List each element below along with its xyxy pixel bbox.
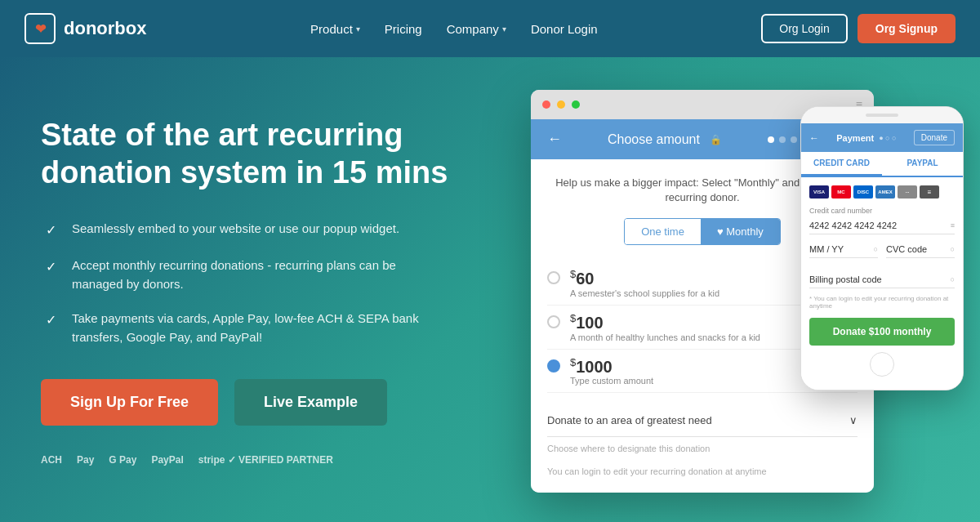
mastercard-logo: MC [831,185,851,199]
hero-title: State of the art recurring donation syst… [41,117,449,191]
widget-step-dots [768,136,797,143]
nav-pricing[interactable]: Pricing [385,22,422,36]
hero-section: State of the art recurring donation syst… [0,57,980,522]
dropdown-hint: Choose where to designate this donation [547,437,858,460]
amount-info-1000: $1000 Type custom amount [570,356,653,386]
radio-60[interactable] [547,271,560,284]
nav-buttons: Org Login Org Signup [761,14,956,43]
amount-desc-100: A month of healthy lunches and snacks fo… [570,332,760,342]
org-signup-button[interactable]: Org Signup [858,14,956,43]
hero-right: ≡ ← Choose amount 🔒 → [449,90,956,493]
tab-credit-card[interactable]: CREDIT CARD [801,152,882,176]
amount-value-100: $100 [570,312,760,332]
apple-pay-logo: Pay [77,454,94,466]
chevron-down-icon: ∨ [849,414,858,426]
browser-dot-yellow [557,100,565,109]
phone-step-dots: ● ○ ○ [879,134,896,142]
browser-dot-red [542,100,550,109]
amount-desc-1000: Type custom amount [570,376,653,386]
designation-dropdown[interactable]: Donate to an area of greatest need ∨ [547,404,858,437]
check-icon: ✓ [41,221,60,240]
logo-text: donorbox [64,18,146,39]
amount-value-1000: $1000 [570,356,653,377]
phone-donate-button[interactable]: Donate [914,130,955,145]
phone-header: ← Payment ● ○ ○ Donate [801,123,963,152]
feature-item: ✓ Accept monthly recurring donations - r… [41,257,449,293]
lock-icon: 🔒 [710,134,722,145]
step-dot-2 [779,136,786,143]
cvc-icon: ○ [951,245,955,253]
gpay-logo: G Pay [109,454,136,466]
card-logos: VISA MC DISC AMEX ··· ≡ [809,185,955,199]
widget-title: Choose amount [608,132,700,147]
cvc-field[interactable]: CVC code ○ [886,241,955,258]
amount-desc-60: A semester's school supplies for a kid [570,288,719,298]
amount-info-60: $60 A semester's school supplies for a k… [570,268,719,298]
payment-logos: ACH Pay G Pay PayPal stripe ✓ VERIFIED P… [41,454,449,466]
radio-100[interactable] [547,315,560,328]
step-dot-1 [768,136,774,143]
phone-donate-big-button[interactable]: Donate $100 monthly [809,318,955,346]
nav-donor-login[interactable]: Donor Login [531,22,598,36]
browser-dot-green [572,100,580,109]
phone-tabs: CREDIT CARD PAYPAL [801,152,963,177]
phone-title: Payment [836,133,874,143]
org-login-button[interactable]: Org Login [761,14,847,43]
one-time-button[interactable]: One time [625,219,701,244]
amount-value-60: $60 [570,268,719,288]
widget-footer-note: You can login to edit your recurring don… [547,460,858,476]
main-nav: Product ▾ Pricing Company ▾ Donor Login [310,22,598,36]
expiry-field-half: MM / YY ○ [809,241,878,265]
paypal-logo: PayPal [151,454,183,466]
feature-list: ✓ Seamlessly embed to your website or us… [41,220,449,346]
nav-product[interactable]: Product ▾ [310,22,360,36]
phone-body: VISA MC DISC AMEX ··· ≡ Credit card numb… [801,177,963,390]
header: ❤ donorbox Product ▾ Pricing Company ▾ D… [0,0,980,57]
widget-back-icon[interactable]: ← [547,131,562,148]
card-type-icon: ≡ [920,185,939,199]
amex-logo: AMEX [875,185,895,199]
radio-1000[interactable] [547,359,560,373]
nav-company[interactable]: Company ▾ [447,22,506,36]
postal-icon: ○ [951,275,955,283]
phone-mockup: ← Payment ● ○ ○ Donate CREDIT CARD PAYPA… [800,106,964,390]
cvc-field-half: CVC code ○ [886,241,955,265]
phone-speaker [801,107,963,123]
step-dot-3 [791,136,797,143]
tab-paypal[interactable]: PAYPAL [882,152,963,176]
signup-button[interactable]: Sign Up For Free [41,379,218,426]
other-logo: ··· [898,185,917,199]
frequency-toggle: One time ♥ Monthly [624,218,781,245]
check-icon: ✓ [41,257,60,277]
hero-left: State of the art recurring donation syst… [41,117,449,466]
card-number-label: Credit card number [809,207,955,215]
expiry-field[interactable]: MM / YY ○ [809,241,878,258]
card-icon: ≡ [951,221,955,230]
cta-buttons: Sign Up For Free Live Example [41,379,449,426]
expiry-cvc-row: MM / YY ○ CVC code ○ [809,241,955,265]
chevron-down-icon: ▾ [502,25,506,33]
speaker-bar [866,114,898,117]
ach-logo: ACH [41,454,62,466]
visa-logo: VISA [809,185,829,199]
logo[interactable]: ❤ donorbox [24,13,146,44]
postal-field[interactable]: Billing postal code ○ [809,271,955,288]
live-example-button[interactable]: Live Example [234,379,387,426]
chevron-down-icon: ▾ [356,25,360,33]
expiry-icon: ○ [874,245,878,253]
amount-info-100: $100 A month of healthy lunches and snac… [570,312,760,342]
logo-icon: ❤ [24,13,56,44]
discover-logo: DISC [853,185,873,199]
phone-home-button[interactable] [870,352,894,377]
check-icon: ✓ [41,310,60,330]
feature-item: ✓ Take payments via cards, Apple Pay, lo… [41,310,449,346]
phone-small-note: * You can login to edit your recurring d… [809,295,955,310]
monthly-button[interactable]: ♥ Monthly [701,219,780,244]
phone-back-icon[interactable]: ← [809,132,819,144]
feature-item: ✓ Seamlessly embed to your website or us… [41,220,449,240]
stripe-logo: stripe ✓ VERIFIED PARTNER [198,454,333,466]
card-number-field[interactable]: 4242 4242 4242 4242 ≡ [809,217,955,234]
